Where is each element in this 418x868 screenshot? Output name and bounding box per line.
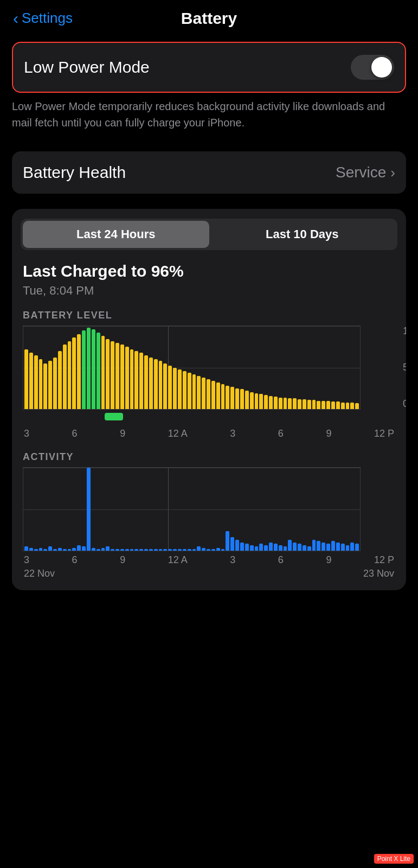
battery-bar	[221, 384, 225, 409]
activity-bar	[336, 542, 340, 551]
x-label: 6	[72, 428, 78, 439]
battery-bar	[34, 355, 38, 409]
tab-10days[interactable]: Last 10 Days	[209, 221, 396, 248]
activity-bar	[77, 545, 81, 551]
battery-bar	[134, 351, 138, 409]
battery-bar	[139, 353, 143, 409]
battery-bar	[284, 398, 287, 409]
battery-bar	[226, 386, 229, 409]
date-labels: 22 Nov 23 Nov	[23, 568, 395, 579]
activity-bar	[106, 546, 110, 551]
x-label: 9	[120, 554, 125, 566]
activity-bar	[34, 549, 38, 551]
y-label-50: 50%	[403, 362, 406, 373]
battery-bar	[274, 397, 278, 409]
battery-bar	[298, 399, 301, 409]
battery-bar	[307, 400, 311, 409]
activity-bar	[134, 549, 138, 551]
toggle-knob	[371, 57, 392, 78]
battery-bar	[82, 330, 86, 409]
activity-bar	[53, 549, 57, 551]
x-label: 9	[120, 428, 125, 439]
activity-bar	[178, 549, 182, 551]
chart-section: Last 24 Hours Last 10 Days Last Charged …	[12, 209, 406, 590]
activity-label: ACTIVITY	[12, 439, 406, 467]
activity-bar	[97, 549, 100, 551]
battery-bar	[293, 398, 297, 409]
battery-bar	[211, 381, 215, 409]
battery-bar	[183, 371, 187, 409]
activity-bar	[159, 549, 163, 551]
activity-bar	[240, 542, 244, 551]
activity-bar	[326, 544, 330, 551]
x-label: 12 A	[168, 554, 188, 566]
battery-bar	[288, 398, 292, 409]
activity-bar	[173, 549, 177, 551]
battery-bar	[154, 359, 158, 409]
activity-bar	[274, 544, 278, 551]
activity-bar	[346, 545, 350, 551]
battery-health-status-text: Service	[336, 164, 386, 181]
battery-bar	[216, 382, 220, 409]
battery-bar	[202, 378, 205, 409]
battery-bar	[192, 374, 196, 409]
activity-bar	[235, 540, 239, 551]
battery-bar	[111, 341, 114, 409]
activity-bar	[207, 549, 210, 551]
battery-level-label: BATTERY LEVEL	[12, 298, 406, 326]
activity-bar	[120, 549, 124, 551]
battery-bar	[303, 399, 306, 409]
battery-health-status: Service ›	[336, 164, 395, 181]
activity-bar	[115, 549, 119, 551]
activity-bar	[321, 542, 325, 551]
battery-bar	[77, 334, 81, 409]
battery-bar	[68, 341, 72, 409]
activity-bar	[279, 545, 282, 551]
activity-x-labels: 3 6 9 12 A 3 6 9 12 P	[23, 554, 395, 566]
battery-bars	[23, 326, 360, 409]
low-power-mode-toggle[interactable]	[351, 55, 394, 80]
activity-bar	[317, 541, 320, 551]
activity-bar	[245, 544, 249, 551]
activity-bar	[87, 468, 91, 551]
tab-switcher[interactable]: Last 24 Hours Last 10 Days	[21, 219, 397, 250]
battery-health-row[interactable]: Battery Health Service ›	[23, 151, 395, 194]
battery-bar	[130, 349, 134, 409]
battery-bar	[259, 394, 263, 409]
battery-bar	[144, 355, 148, 409]
battery-bar	[106, 339, 110, 409]
activity-bar	[259, 544, 263, 551]
battery-bar	[235, 388, 239, 409]
battery-bar	[120, 344, 124, 409]
activity-bars	[23, 468, 360, 551]
x-label: 9	[326, 554, 331, 566]
activity-chart: 60m 30m 0m	[23, 467, 395, 551]
low-power-mode-row[interactable]: Low Power Mode	[24, 43, 394, 92]
activity-bar	[230, 537, 234, 551]
battery-bar	[24, 349, 28, 409]
x-label: 3	[24, 554, 29, 566]
back-button[interactable]: ‹ Settings	[13, 10, 73, 27]
battery-bar	[125, 347, 129, 409]
activity-bar	[139, 549, 143, 551]
battery-bar	[269, 396, 273, 409]
x-label: 6	[278, 428, 284, 439]
activity-bar	[269, 542, 273, 551]
activity-bar	[355, 544, 359, 551]
x-label: 9	[326, 428, 331, 439]
x-label: 12 P	[374, 554, 394, 566]
activity-bar	[216, 548, 220, 551]
activity-bar	[43, 549, 47, 551]
activity-bar	[68, 549, 72, 551]
battery-health-card[interactable]: Battery Health Service ›	[12, 151, 406, 194]
activity-bar	[226, 531, 229, 551]
activity-bar	[188, 549, 191, 551]
activity-bar	[144, 549, 148, 551]
tab-24hours[interactable]: Last 24 Hours	[23, 221, 209, 248]
activity-chart-area	[23, 467, 361, 551]
activity-bar	[264, 545, 268, 551]
battery-bar	[173, 368, 177, 410]
battery-bar	[197, 376, 201, 409]
activity-bar	[197, 546, 201, 551]
activity-bar	[250, 545, 254, 551]
